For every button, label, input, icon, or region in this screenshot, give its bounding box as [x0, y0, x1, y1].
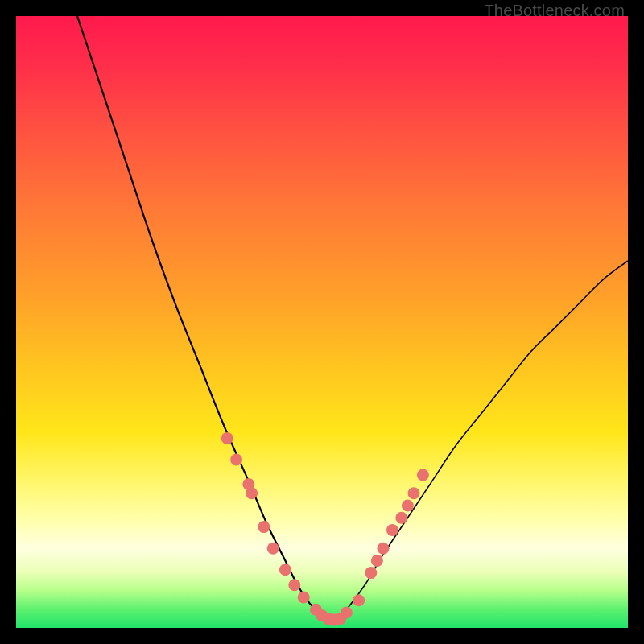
data-point [371, 555, 383, 567]
data-point [395, 512, 407, 524]
data-point [221, 432, 233, 444]
scatter-markers [221, 432, 429, 626]
right-curve [334, 261, 628, 621]
data-point [341, 607, 353, 619]
data-point [267, 543, 279, 555]
data-point [408, 487, 420, 499]
data-point [417, 469, 429, 481]
left-curve [77, 16, 334, 621]
data-point [402, 500, 414, 512]
data-point [230, 454, 242, 466]
data-point [378, 543, 390, 555]
data-point [246, 487, 258, 499]
chart-svg [16, 16, 628, 628]
data-point [365, 567, 377, 579]
data-point [353, 594, 365, 606]
data-point [288, 579, 300, 591]
data-point [258, 521, 270, 533]
data-point [279, 564, 291, 576]
data-point [298, 592, 310, 604]
data-point [386, 524, 398, 536]
